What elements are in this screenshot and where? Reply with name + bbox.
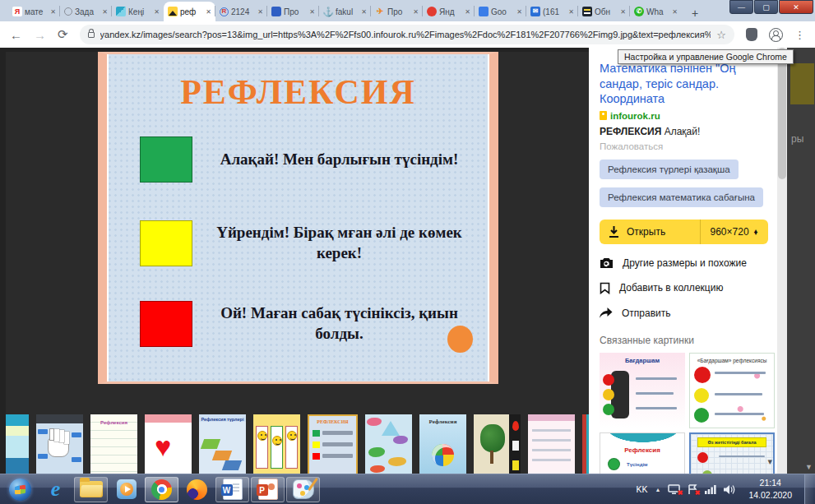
tab-close-icon[interactable]: ✕	[102, 8, 108, 16]
tab-google[interactable]: Goo✕	[475, 2, 526, 21]
signal-bars-icon[interactable]	[705, 484, 716, 494]
sidebar-scrollbar[interactable]	[777, 48, 787, 474]
size-selector[interactable]: 960×720 ▲▼	[701, 226, 768, 238]
tab-2124[interactable]: R2124✕	[215, 2, 267, 21]
related-query-chip[interactable]: Рефлексия математика сабағына	[600, 187, 763, 207]
paint-icon	[293, 479, 314, 499]
clock[interactable]: 21:14 14.02.2020	[743, 477, 797, 502]
url-text[interactable]: yandex.kz/images/search?pos=13&img_url=h…	[100, 30, 711, 39]
tab-reflexia-active[interactable]: реф✕	[164, 2, 215, 21]
anchor-favicon: ⚓	[323, 7, 333, 16]
tab-yandex-app[interactable]: Янд✕	[423, 2, 475, 21]
tab-zadacha[interactable]: Зада✕	[60, 2, 112, 21]
thumbnail-tree[interactable]	[474, 414, 521, 477]
firefox-button[interactable]	[180, 477, 214, 502]
main-image-reflexia-slide[interactable]: РЕФЛЕКСИЯ Алақай! Мен барлығын түсіндім!…	[98, 52, 498, 384]
extension-icon[interactable]	[746, 28, 757, 41]
maximize-button[interactable]: ▢	[754, 0, 778, 14]
forward-button[interactable]: →	[34, 28, 46, 42]
internet-explorer-button[interactable]: e	[39, 477, 72, 502]
tab-kenes[interactable]: Кеңі✕	[112, 2, 164, 21]
internet-explorer-icon: e	[51, 479, 61, 500]
thumbnail-paper-notes[interactable]: Рефлексия	[90, 414, 137, 477]
word-button[interactable]	[215, 477, 249, 502]
slide-row-red: Ой! Маған сабақ түсініксіз, қиын болды.	[140, 301, 476, 347]
paper-plane-favicon: ✈	[375, 7, 385, 16]
tab-pro-2[interactable]: ✈Про✕	[371, 2, 423, 21]
related-image-bagdarsham-reflexia[interactable]: «Бағдаршам» рефлексиясы	[689, 353, 775, 428]
open-image-button[interactable]: Открыть 960×720 ▲▼	[600, 220, 768, 244]
profile-avatar-icon[interactable]	[769, 28, 783, 42]
sidebar-scroll-down-icon[interactable]: ▾	[767, 456, 772, 467]
other-sizes-button[interactable]: Другие размеры и похожие	[600, 257, 777, 269]
tab-close-icon[interactable]: ✕	[154, 8, 160, 16]
tab-whatsapp[interactable]: ✆Wha✕	[630, 2, 682, 21]
tab-close-icon[interactable]: ✕	[206, 8, 211, 16]
report-link[interactable]: Пожаловаться	[600, 141, 777, 151]
tab-mail[interactable]: ✉(161✕	[526, 2, 578, 21]
show-desktop-button[interactable]	[804, 474, 813, 504]
thumbnail-color-blobs[interactable]	[365, 414, 412, 477]
volume-icon[interactable]	[724, 484, 736, 495]
browser-toolbar: ← → ⟳ yandex.kz/images/search?pos=13&img…	[0, 21, 815, 48]
chrome-button[interactable]	[145, 477, 178, 502]
system-tray: KK ▲ ✖ ✖ 21:14 14.02.2020	[636, 474, 815, 504]
media-player-button[interactable]	[109, 477, 143, 502]
network-error-icon[interactable]: ✖	[668, 484, 680, 495]
tab-close-icon[interactable]: ✕	[257, 8, 263, 16]
tab-obnovlenie[interactable]: Обн✕	[578, 2, 630, 21]
tab-yandex-math[interactable]: Ямате✕	[8, 2, 60, 21]
tab-close-icon[interactable]: ✕	[50, 8, 56, 16]
tab-fakultativ[interactable]: ⚓fakul✕	[319, 2, 371, 21]
thumbnail-reflexia-types[interactable]: Рефлексия түрлері	[199, 414, 246, 477]
back-button[interactable]: ←	[10, 28, 22, 42]
minimize-button[interactable]: —	[729, 0, 753, 14]
start-button[interactable]	[3, 477, 37, 502]
paint-button[interactable]	[286, 477, 320, 502]
close-button[interactable]: ✕	[779, 0, 813, 14]
red-square	[140, 301, 192, 347]
thumbnail-heart[interactable]: ♥	[145, 414, 192, 477]
file-explorer-button[interactable]	[74, 477, 108, 502]
chrome-menu-tooltip: Настройка и управление Google Chrome	[618, 49, 794, 64]
source-site-link[interactable]: infourok.ru	[610, 111, 660, 121]
mail-favicon: ✉	[530, 7, 540, 16]
download-icon	[609, 226, 619, 238]
thumbnail-hand-diagram[interactable]	[36, 414, 83, 477]
tab-pro-1[interactable]: Про✕	[267, 2, 319, 21]
windows-taskbar: e KK ▲ ✖ ✖ 21:14 14.02.2020	[0, 474, 815, 504]
powerpoint-button[interactable]	[251, 477, 285, 502]
tab-close-icon[interactable]: ✕	[620, 8, 626, 16]
secure-padlock-icon[interactable]	[88, 32, 95, 38]
tab-close-icon[interactable]: ✕	[413, 8, 419, 16]
tab-close-icon[interactable]: ✕	[361, 8, 367, 16]
thumbnail-partial-left[interactable]	[6, 414, 29, 477]
bookmark-icon	[600, 282, 610, 294]
language-indicator[interactable]: KK	[636, 484, 647, 494]
tab-close-icon[interactable]: ✕	[672, 8, 678, 16]
tab-close-icon[interactable]: ✕	[309, 8, 315, 16]
bookmark-star-icon[interactable]: ☆	[716, 29, 726, 41]
action-center-flag-icon[interactable]: ✖	[688, 484, 697, 495]
new-tab-button[interactable]: +	[685, 5, 705, 21]
hidden-icons-button[interactable]: ▲	[655, 487, 661, 492]
thumbnail-selected-reflexia[interactable]: РЕФЛЕКСИЯ	[308, 414, 358, 477]
related-query-chip[interactable]: Рефлексия түрлері қазақша	[600, 160, 739, 179]
scrollbar-thumb[interactable]	[778, 48, 786, 179]
tab-close-icon[interactable]: ✕	[465, 8, 470, 16]
address-bar[interactable]: yandex.kz/images/search?pos=13&img_url=h…	[80, 25, 734, 44]
chrome-menu-icon[interactable]: ⋮	[794, 29, 805, 41]
related-image-traffic-light[interactable]: Бағдаршам	[600, 353, 685, 428]
share-button[interactable]: Отправить	[600, 307, 777, 319]
reload-button[interactable]: ⟳	[58, 27, 68, 42]
share-arrow-icon	[600, 307, 613, 319]
add-to-collection-button[interactable]: Добавить в коллекцию	[600, 282, 777, 294]
infourok-favicon	[600, 111, 607, 120]
thumbnail-smileys[interactable]	[253, 414, 300, 477]
tab-close-icon[interactable]: ✕	[516, 8, 522, 16]
thumbnail-table[interactable]	[528, 414, 575, 477]
thumbnail-beach-ball[interactable]: Рефлексия	[419, 414, 466, 477]
image-source-title-link[interactable]: Математика пәнінен "Оң сандар, теріс сан…	[600, 61, 768, 107]
dimmed-text-fragment: ры	[791, 133, 803, 145]
tab-close-icon[interactable]: ✕	[568, 8, 574, 16]
